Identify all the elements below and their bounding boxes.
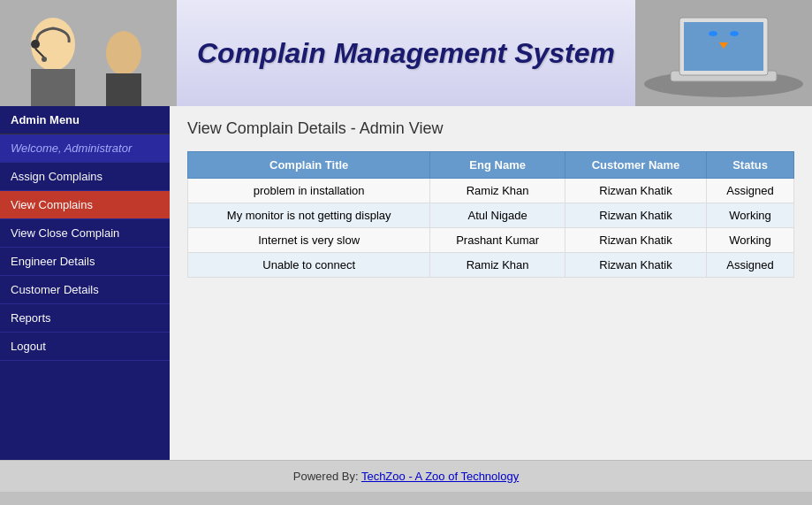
header: Complain Management System bbox=[0, 0, 812, 106]
col-header-customer: Customer Name bbox=[565, 152, 706, 179]
svg-point-6 bbox=[42, 57, 47, 62]
powered-by-text: Powered By: bbox=[293, 470, 361, 483]
sidebar-item-customer-details[interactable]: Customer Details bbox=[0, 276, 170, 304]
svg-rect-8 bbox=[106, 73, 141, 106]
cell-customer: Rizwan Khatik bbox=[565, 253, 706, 278]
table-row: Unable to connectRamiz KhanRizwan Khatik… bbox=[188, 253, 794, 278]
cell-title: My monitor is not getting display bbox=[188, 203, 430, 228]
techzoo-link[interactable]: TechZoo - A Zoo of Technology bbox=[361, 470, 519, 483]
table-header: Complain Title Eng Name Customer Name St… bbox=[188, 152, 794, 179]
col-header-title: Complain Title bbox=[188, 152, 430, 179]
cell-customer: Rizwan Khatik bbox=[565, 228, 706, 253]
svg-point-17 bbox=[709, 31, 717, 36]
table-row: Internet is very slowPrashant KumarRizwa… bbox=[188, 228, 794, 253]
header-right-image bbox=[635, 0, 812, 106]
table-row: problem in installationRamiz KhanRizwan … bbox=[188, 179, 794, 203]
cell-eng: Ramiz Khan bbox=[430, 179, 565, 203]
page-title: View Complain Details - Admin View bbox=[187, 119, 794, 138]
cell-customer: Rizwan Khatik bbox=[565, 179, 706, 203]
sidebar-item-engineer-details[interactable]: Engineer Details bbox=[0, 248, 170, 276]
col-header-status: Status bbox=[707, 152, 794, 179]
cell-status: Working bbox=[707, 203, 794, 228]
cell-title: Unable to connect bbox=[188, 253, 430, 278]
svg-rect-2 bbox=[31, 69, 75, 106]
sidebar-item-view-close-complain[interactable]: View Close Complain bbox=[0, 219, 170, 248]
cell-status: Working bbox=[707, 228, 794, 253]
complains-table: Complain Title Eng Name Customer Name St… bbox=[187, 151, 794, 278]
header-center: Complain Management System bbox=[177, 0, 635, 106]
cell-customer: Rizwan Khatik bbox=[565, 203, 706, 228]
svg-rect-0 bbox=[0, 0, 177, 106]
table-row: My monitor is not getting displayAtul Ni… bbox=[188, 203, 794, 228]
svg-point-18 bbox=[730, 31, 739, 36]
table-body: problem in installationRamiz KhanRizwan … bbox=[188, 179, 794, 278]
sidebar-item-welcome[interactable]: Welcome, Administrator bbox=[0, 134, 170, 163]
cell-eng: Prashant Kumar bbox=[430, 228, 565, 253]
main-container: Admin Menu Welcome, Administrator Assign… bbox=[0, 106, 812, 460]
cell-eng: Atul Nigade bbox=[430, 203, 565, 228]
col-header-eng: Eng Name bbox=[430, 152, 565, 179]
cell-status: Assigned bbox=[707, 179, 794, 203]
header-left-image bbox=[0, 0, 177, 106]
sidebar-item-logout[interactable]: Logout bbox=[0, 333, 170, 361]
cell-eng: Ramiz Khan bbox=[430, 253, 565, 278]
sidebar-item-view-complains[interactable]: View Complains bbox=[0, 191, 170, 219]
footer: Powered By: TechZoo - A Zoo of Technolog… bbox=[0, 460, 812, 492]
svg-point-4 bbox=[31, 40, 40, 49]
content-area: View Complain Details - Admin View Compl… bbox=[170, 106, 812, 460]
cell-title: Internet is very slow bbox=[188, 228, 430, 253]
svg-point-9 bbox=[110, 39, 138, 71]
admin-menu-header: Admin Menu bbox=[0, 106, 170, 134]
sidebar: Admin Menu Welcome, Administrator Assign… bbox=[0, 106, 170, 460]
sidebar-item-assign-complains[interactable]: Assign Complains bbox=[0, 163, 170, 191]
cell-title: problem in installation bbox=[188, 179, 430, 203]
sidebar-item-reports[interactable]: Reports bbox=[0, 304, 170, 333]
app-title: Complain Management System bbox=[197, 37, 615, 70]
table-header-row: Complain Title Eng Name Customer Name St… bbox=[188, 152, 794, 179]
cell-status: Assigned bbox=[707, 253, 794, 278]
